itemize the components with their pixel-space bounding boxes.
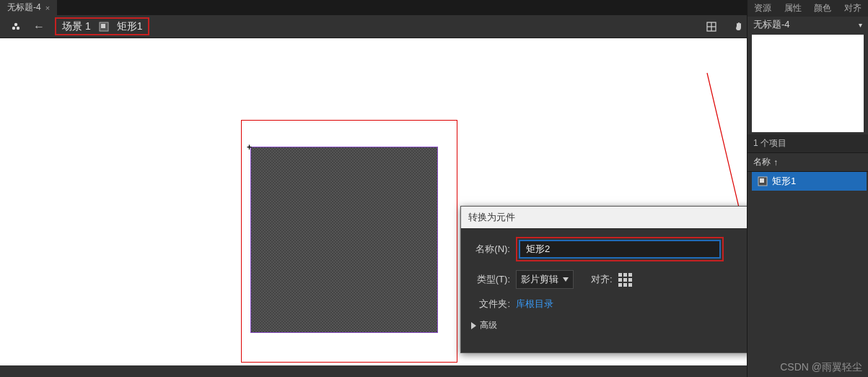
library-column-name[interactable]: 名称 ↑ (748, 152, 868, 172)
breadcrumb-symbol[interactable]: 矩形1 (117, 20, 143, 33)
document-tab-title: 无标题-4 (7, 1, 41, 14)
tab-color[interactable]: 颜色 (808, 0, 838, 17)
svg-rect-12 (760, 178, 764, 183)
symbol-icon (98, 21, 110, 32)
movieclip-icon (758, 176, 768, 186)
sort-arrow-icon: ↑ (773, 157, 778, 168)
watermark: CSDN @雨翼轻尘 (780, 361, 862, 374)
type-label: 类型(T): (471, 273, 510, 286)
edit-toolbar: ← 场景 1 矩形1 100% (0, 15, 868, 38)
folder-link[interactable]: 库根目录 (516, 298, 553, 311)
registration-grid[interactable] (618, 273, 632, 287)
chevron-down-icon (563, 277, 569, 282)
breadcrumb: 场景 1 矩形1 (55, 17, 149, 35)
svg-point-0 (14, 22, 17, 25)
svg-point-2 (17, 26, 19, 29)
registration-point-icon: + (247, 142, 252, 152)
type-select[interactable]: 影片剪辑 (516, 270, 574, 289)
library-panel: 资源 属性 颜色 对齐 无标题-4 ▾ 1 个项目 名称 ↑ 矩形1 (747, 0, 868, 377)
back-arrow-icon[interactable]: ← (29, 17, 49, 37)
library-item-label: 矩形1 (772, 175, 796, 188)
library-item[interactable]: 矩形1 (752, 172, 867, 191)
name-label: 名称(N): (471, 243, 510, 256)
document-tab-close[interactable]: × (45, 4, 50, 12)
library-count: 1 个项目 (748, 134, 868, 152)
dialog-title: 转换为元件 (468, 211, 515, 224)
chevron-right-icon (471, 322, 477, 329)
symbol-name-input[interactable] (519, 240, 721, 259)
hand-tool-icon[interactable] (729, 17, 749, 37)
document-tab[interactable]: 无标题-4 × (0, 0, 57, 15)
folder-label: 文件夹: (471, 298, 510, 311)
svg-rect-4 (101, 24, 105, 28)
app-icon[interactable] (6, 17, 26, 37)
advanced-label: 高级 (480, 319, 497, 332)
center-stage-icon[interactable] (701, 17, 722, 37)
library-doc-name: 无标题-4 (753, 18, 790, 31)
rectangle-shape[interactable] (250, 147, 438, 333)
align-label: 对齐: (591, 273, 613, 286)
type-value: 影片剪辑 (521, 273, 558, 286)
tab-align[interactable]: 对齐 (838, 0, 868, 17)
tab-properties[interactable]: 属性 (778, 0, 808, 17)
tab-resources[interactable]: 资源 (748, 0, 778, 17)
chevron-down-icon: ▾ (859, 21, 862, 29)
svg-point-1 (12, 26, 15, 29)
library-preview (752, 35, 864, 132)
breadcrumb-scene[interactable]: 场景 1 (62, 20, 91, 33)
library-doc-selector[interactable]: 无标题-4 ▾ (748, 17, 868, 32)
